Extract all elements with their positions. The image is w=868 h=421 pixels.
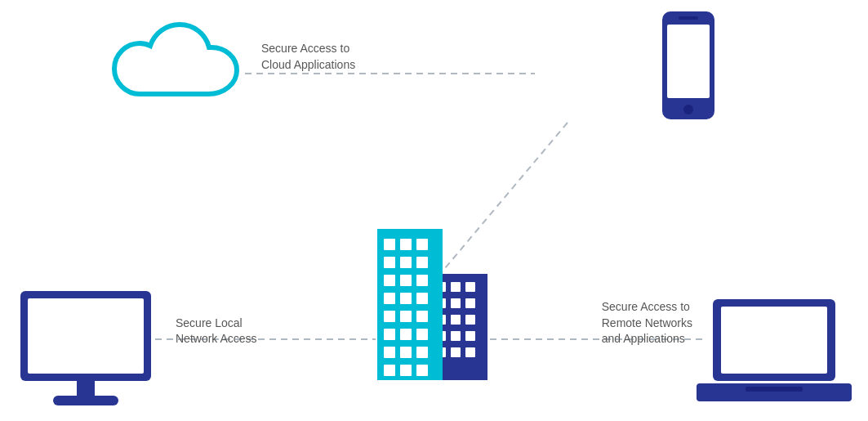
svg-rect-31 — [384, 275, 395, 286]
svg-rect-20 — [465, 331, 475, 341]
svg-rect-26 — [400, 239, 412, 250]
svg-rect-16 — [451, 315, 461, 325]
svg-rect-37 — [384, 311, 395, 322]
svg-rect-42 — [416, 329, 428, 340]
svg-rect-28 — [384, 257, 395, 268]
svg-rect-47 — [400, 365, 412, 376]
svg-rect-46 — [384, 365, 395, 376]
svg-rect-43 — [384, 347, 395, 358]
svg-rect-34 — [384, 293, 395, 304]
svg-point-6 — [683, 105, 693, 114]
svg-rect-33 — [416, 275, 428, 286]
svg-rect-7 — [679, 16, 698, 20]
svg-rect-29 — [400, 257, 412, 268]
svg-rect-44 — [400, 347, 412, 358]
laptop-icon — [697, 295, 852, 413]
svg-rect-23 — [465, 347, 475, 357]
svg-rect-41 — [400, 329, 412, 340]
svg-rect-51 — [77, 381, 95, 396]
svg-rect-27 — [416, 239, 428, 250]
svg-rect-22 — [451, 347, 461, 357]
svg-rect-25 — [384, 239, 395, 250]
building-icon — [377, 229, 492, 383]
svg-rect-10 — [451, 282, 461, 292]
svg-rect-40 — [384, 329, 395, 340]
svg-rect-19 — [451, 331, 461, 341]
svg-rect-11 — [465, 282, 475, 292]
svg-rect-50 — [28, 298, 144, 374]
svg-rect-13 — [451, 298, 461, 308]
svg-rect-17 — [465, 315, 475, 325]
svg-rect-56 — [746, 387, 803, 392]
svg-rect-55 — [697, 383, 852, 401]
svg-rect-48 — [416, 365, 428, 376]
svg-rect-45 — [416, 347, 428, 358]
svg-rect-30 — [416, 257, 428, 268]
svg-rect-35 — [400, 293, 412, 304]
remote-access-label: Secure Access to Remote Networks and App… — [602, 299, 692, 347]
cloud-access-label: Secure Access to Cloud Applications — [261, 41, 355, 73]
svg-rect-38 — [400, 311, 412, 322]
svg-rect-52 — [53, 396, 118, 405]
diagram-container: .dashed { stroke: #b0b8c1; stroke-width:… — [0, 0, 868, 421]
svg-rect-32 — [400, 275, 412, 286]
monitor-icon — [16, 287, 155, 413]
svg-rect-14 — [465, 298, 475, 308]
svg-rect-54 — [721, 307, 827, 374]
phone-icon — [656, 8, 721, 126]
svg-rect-39 — [416, 311, 428, 322]
svg-rect-5 — [667, 25, 710, 98]
cloud-icon — [82, 16, 245, 126]
local-access-label: Secure Local Network Access — [176, 316, 257, 347]
svg-rect-36 — [416, 293, 428, 304]
